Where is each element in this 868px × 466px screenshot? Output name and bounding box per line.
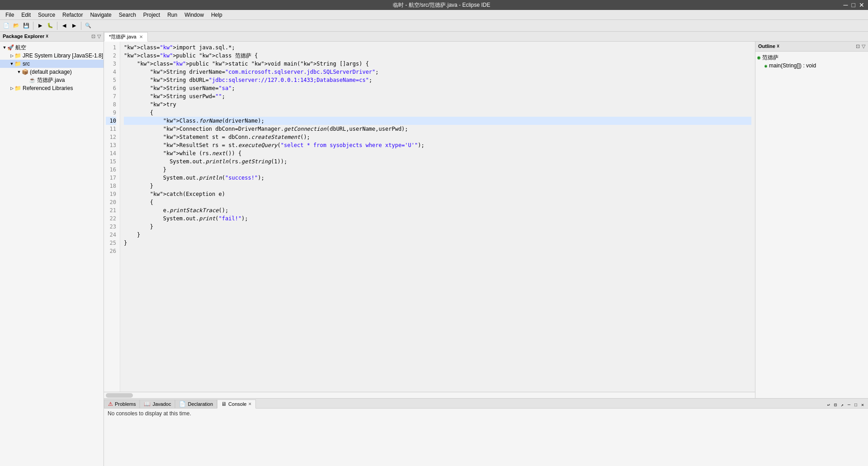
code-content[interactable]: "kw">class="kw">import java.sql.*;"kw">c… <box>120 42 755 392</box>
window-title: 临时 - 航空/src/范德萨.java - Eclipse IDE <box>40 1 844 9</box>
tree-item-icon: ☕ <box>29 77 36 83</box>
menu-source[interactable]: Source <box>34 11 59 19</box>
bottom-action-4[interactable]: ─ <box>846 402 852 408</box>
toolbar-save[interactable]: 💾 <box>22 21 31 30</box>
menu-search[interactable]: Search <box>115 11 140 19</box>
code-line[interactable]: System.out.println(rs.getString(1)); <box>124 157 751 166</box>
line-number: 21 <box>106 206 116 214</box>
tab-console-label: Console <box>228 401 246 407</box>
tab-declaration[interactable]: 📄 Declaration <box>175 399 217 408</box>
tree-arrow: ▼ <box>2 45 7 50</box>
console-message: No consoles to display at this time. <box>108 410 191 417</box>
line-number: 18 <box>106 182 116 190</box>
code-line[interactable]: System.out.print("fail!"); <box>124 214 751 223</box>
tree-item[interactable]: ▼🚀航空 <box>0 43 104 52</box>
code-line[interactable]: "kw">String driverName="com.microsoft.sq… <box>124 68 751 76</box>
horizontal-scrollbar[interactable] <box>104 392 755 398</box>
close-button[interactable]: ✕ <box>859 1 864 9</box>
toolbar-new[interactable]: 📄 <box>2 21 11 30</box>
tree-item[interactable]: ▼📁src <box>0 60 104 68</box>
tab-javadoc[interactable]: 📖 Javadoc <box>140 399 175 408</box>
code-line[interactable]: "kw">String userPwd=""; <box>124 92 751 100</box>
outline-menu-icon[interactable]: ▽ <box>862 43 865 49</box>
toolbar-search[interactable]: 🔍 <box>84 21 93 30</box>
code-line[interactable]: "kw">Class.forName(driverName); <box>124 117 751 125</box>
code-line[interactable]: "kw">String dbURL="jdbc:sqlserver://127.… <box>124 76 751 84</box>
toolbar-next[interactable]: ▶ <box>70 21 79 30</box>
line-number: 16 <box>106 166 116 174</box>
bottom-action-1[interactable]: ↩ <box>826 402 831 408</box>
bottom-action-2[interactable]: ⊡ <box>833 402 838 408</box>
console-close-icon[interactable]: ✕ <box>248 402 252 406</box>
bottom-action-3[interactable]: ↗ <box>840 402 845 408</box>
toolbar-sep-2 <box>57 22 57 30</box>
tree-item-icon: 🚀 <box>7 44 14 51</box>
bottom-action-5[interactable]: □ <box>853 402 859 408</box>
code-line[interactable]: "kw">class="kw">import java.sql.*; <box>124 43 751 52</box>
menu-file[interactable]: File <box>2 11 18 19</box>
menu-help[interactable]: Help <box>208 11 226 19</box>
outline-item-method[interactable]: ◉ main(String[]) : void <box>757 62 866 70</box>
code-line[interactable]: } <box>124 182 751 190</box>
bottom-panel: ⚠ Problems 📖 Javadoc 📄 Declaration 🖥 Con… <box>104 398 868 466</box>
outline-class-icon: ◉ <box>757 54 760 61</box>
maximize-button[interactable]: □ <box>852 1 855 9</box>
line-number: 7 <box>106 92 116 100</box>
tree-item-label: JRE System Library [JavaSE-1.8] <box>23 52 103 59</box>
menu-edit[interactable]: Edit <box>18 11 34 19</box>
tree-item[interactable]: ☕范德萨.java <box>0 76 104 84</box>
code-line[interactable]: "kw">ResultSet rs = st.executeQuery("sel… <box>124 141 751 149</box>
toolbar: 📄 📂 💾 ▶ 🐛 ◀ ▶ 🔍 <box>0 20 868 32</box>
editor-tab-close[interactable]: ✕ <box>139 34 143 39</box>
toolbar-open[interactable]: 📂 <box>12 21 21 30</box>
minimize-button[interactable]: ─ <box>844 1 848 9</box>
tree-item-label: (default package) <box>30 69 72 75</box>
outline-panel: Outline ☓ ⊡ ▽ ◉ 范德萨 ◉ main(String[]) : v… <box>755 42 868 398</box>
line-number: 24 <box>106 231 116 239</box>
menu-run[interactable]: Run <box>164 11 181 19</box>
code-line[interactable]: "kw">try <box>124 100 751 109</box>
toolbar-debug[interactable]: 🐛 <box>46 21 55 30</box>
code-line[interactable]: } <box>124 239 751 247</box>
code-line[interactable]: e.printStackTrace(); <box>124 206 751 214</box>
code-line[interactable]: "kw">catch(Exception e) <box>124 190 751 198</box>
menu-project[interactable]: Project <box>140 11 164 19</box>
code-area[interactable]: 1234567891011121314151617181920212223242… <box>104 42 755 392</box>
menu-refactor[interactable]: Refactor <box>59 11 86 19</box>
h-scroll-thumb[interactable] <box>106 393 133 398</box>
line-number: 22 <box>106 214 116 223</box>
tree-item[interactable]: ▷📁Referenced Libraries <box>0 84 104 92</box>
menu-icon[interactable]: ▽ <box>97 33 101 39</box>
tab-problems[interactable]: ⚠ Problems <box>104 399 140 408</box>
line-number: 19 <box>106 190 116 198</box>
code-line[interactable]: { <box>124 198 751 206</box>
collapse-icon[interactable]: ⊡ <box>91 33 95 39</box>
code-line[interactable]: "kw">while (rs.next()) { <box>124 149 751 157</box>
tab-console[interactable]: 🖥 Console ✕ <box>217 399 256 409</box>
tree-item[interactable]: ▼📦(default package) <box>0 68 104 76</box>
code-line[interactable]: "kw">Connection dbConn=DriverManager.get… <box>124 125 751 133</box>
outline-collapse-icon[interactable]: ⊡ <box>856 43 860 49</box>
tab-declaration-label: Declaration <box>188 401 213 407</box>
toolbar-sep-1 <box>33 22 33 30</box>
code-line[interactable]: "kw">class="kw">public "kw">class 范德萨 { <box>124 52 751 60</box>
code-line[interactable] <box>124 247 751 255</box>
code-line[interactable]: "kw">String userName="sa"; <box>124 84 751 92</box>
bottom-action-close[interactable]: ✕ <box>860 402 865 408</box>
menu-window[interactable]: Window <box>181 11 208 19</box>
window-controls[interactable]: ─ □ ✕ <box>844 1 864 9</box>
code-line[interactable]: "kw">Statement st = dbConn.createStateme… <box>124 133 751 141</box>
tree-item[interactable]: ▷📁JRE System Library [JavaSE-1.8] <box>0 52 104 60</box>
code-line[interactable]: } <box>124 166 751 174</box>
line-number: 11 <box>106 125 116 133</box>
code-line[interactable]: "kw">class="kw">public "kw">static "kw">… <box>124 60 751 68</box>
toolbar-run[interactable]: ▶ <box>36 21 45 30</box>
code-line[interactable]: } <box>124 223 751 231</box>
code-line[interactable]: { <box>124 109 751 117</box>
editor-tab-active[interactable]: *范德萨.java ✕ <box>104 32 148 42</box>
code-line[interactable]: System.out.println("success!"); <box>124 174 751 182</box>
menu-navigate[interactable]: Navigate <box>86 11 115 19</box>
code-line[interactable]: } <box>124 231 751 239</box>
toolbar-prev[interactable]: ◀ <box>60 21 69 30</box>
outline-item-class[interactable]: ◉ 范德萨 <box>757 53 866 62</box>
